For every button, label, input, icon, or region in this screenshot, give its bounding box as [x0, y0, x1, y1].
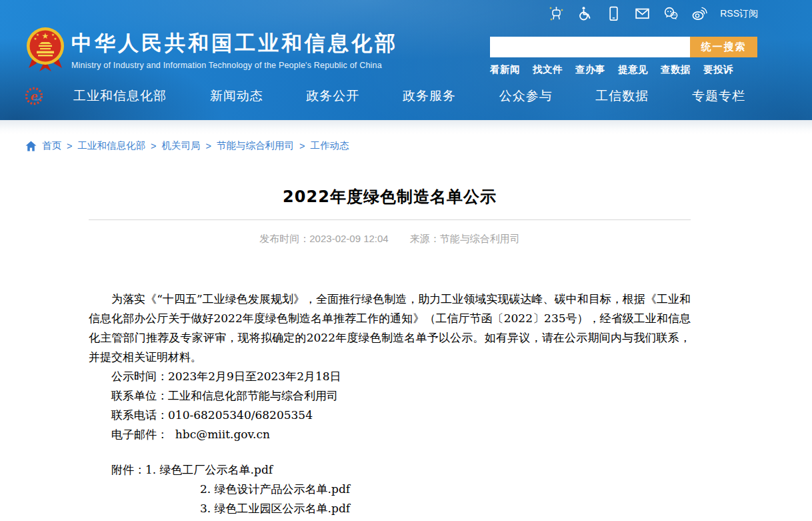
- nav-item-news[interactable]: 新闻动态: [210, 87, 263, 105]
- site-title: 中华人民共和国工业和信息化部: [71, 29, 398, 57]
- breadcrumb-energy-conservation-dept[interactable]: 节能与综合利用司: [217, 139, 294, 152]
- quick-link-data[interactable]: 查数据: [661, 63, 691, 76]
- mail-icon[interactable]: [634, 5, 651, 22]
- attachment-row: 2. 绿色设计产品公示名单.pdf: [89, 480, 691, 499]
- attachments: 附件：1. 绿色工厂公示名单.pdf 2. 绿色设计产品公示名单.pdf 3. …: [89, 460, 691, 521]
- nav-item-gov-services[interactable]: 政务服务: [403, 87, 456, 105]
- utility-bar: RSS订阅: [548, 5, 758, 22]
- brand-text: 中华人民共和国工业和信息化部 Ministry of Industry and …: [71, 29, 398, 70]
- site-brand[interactable]: ★ ★ ★ ★ ★ 中华人民共和国工业和信息化部 Ministry of Ind…: [25, 27, 398, 72]
- home-icon[interactable]: [25, 141, 37, 151]
- article-meta: 发布时间：2023-02-09 12:04来源：节能与综合利用司: [89, 231, 691, 245]
- quick-link-complaints[interactable]: 要投诉: [703, 63, 733, 76]
- rss-link[interactable]: RSS订阅: [720, 8, 758, 20]
- quick-link-services[interactable]: 查办事: [575, 63, 605, 76]
- accessibility-icon[interactable]: [577, 5, 593, 22]
- attachment-row: 4. 绿色供应链管理企业公示名单.pdf: [89, 518, 691, 521]
- header-shadow: [0, 120, 812, 134]
- breadcrumb-miit[interactable]: 工业和信息化部: [77, 139, 145, 152]
- national-emblem-logo: ★ ★ ★ ★ ★: [25, 27, 65, 72]
- attachment-link-green-industrial-parks[interactable]: 3. 绿色工业园区公示名单.pdf: [200, 502, 350, 515]
- svg-text:e: e: [30, 89, 38, 103]
- attachment-row: 附件：1. 绿色工厂公示名单.pdf: [89, 460, 691, 480]
- article-paragraph: 为落实《“十四五”工业绿色发展规划》，全面推行绿色制造，助力工业领域实现碳达峰、…: [89, 290, 691, 367]
- svg-text:★: ★: [34, 37, 37, 41]
- source-label: 来源：: [410, 233, 440, 244]
- contact-phone: 联系电话：010-68205340/68205354: [89, 406, 691, 425]
- breadcrumb-departments[interactable]: 机关司局: [161, 139, 200, 152]
- breadcrumb-separator: >: [151, 141, 156, 151]
- search-box: 统一搜索: [490, 37, 757, 57]
- weibo-icon[interactable]: [691, 5, 708, 22]
- article-body: 为落实《“十四五”工业绿色发展规划》，全面推行绿色制造，助力工业领域实现碳达峰、…: [89, 290, 691, 521]
- search-area: 统一搜索 看新闻 找文件 查办事 提意见 查数据 要投诉: [490, 37, 757, 76]
- attachments-label: 附件：: [111, 463, 145, 476]
- search-button[interactable]: 统一搜索: [690, 37, 757, 57]
- nav-item-miit[interactable]: 工业和信息化部: [73, 87, 167, 105]
- wechat-icon[interactable]: [663, 5, 679, 22]
- title-divider: [89, 219, 691, 220]
- svg-text:★: ★: [54, 37, 57, 41]
- quick-links: 看新闻 找文件 查办事 提意见 查数据 要投诉: [490, 63, 757, 76]
- publish-time: 2023-02-09 12:04: [309, 233, 388, 244]
- contact-unit: 联系单位：工业和信息化部节能与综合利用司: [89, 386, 691, 406]
- breadcrumb-home[interactable]: 首页: [42, 139, 61, 152]
- mobile-icon[interactable]: [605, 5, 622, 22]
- svg-text:★: ★: [42, 31, 49, 41]
- site-header: RSS订阅 ★ ★ ★ ★ ★: [0, 0, 812, 120]
- nav-item-special-topics[interactable]: 专题专栏: [692, 87, 745, 105]
- breadcrumb-separator: >: [67, 141, 72, 151]
- attachment-row: 3. 绿色工业园区公示名单.pdf: [89, 499, 691, 518]
- attachment-link-green-factory[interactable]: 1. 绿色工厂公示名单.pdf: [145, 463, 273, 476]
- page: RSS订阅 ★ ★ ★ ★ ★: [0, 0, 812, 521]
- breadcrumb-separator: >: [299, 141, 305, 151]
- public-notice-period: 公示时间：2023年2月9日至2023年2月18日: [89, 367, 691, 386]
- miit-e-logo-icon[interactable]: e: [24, 86, 44, 106]
- main-nav: e 工业和信息化部 新闻动态 政务公开 政务服务 公众参与 工信数据 专题专栏: [0, 77, 812, 115]
- nav-item-gov-disclosure[interactable]: 政务公开: [306, 87, 359, 105]
- search-input[interactable]: [490, 37, 690, 57]
- quick-link-suggestions[interactable]: 提意见: [618, 63, 648, 76]
- source: 节能与综合利用司: [440, 233, 520, 244]
- nav-items: 工业和信息化部 新闻动态 政务公开 政务服务 公众参与 工信数据 专题专栏: [73, 77, 745, 115]
- breadcrumb: 首页 > 工业和信息化部 > 机关司局 > 节能与综合利用司 > 工作动态: [0, 134, 812, 158]
- publish-time-label: 发布时间：: [259, 233, 309, 244]
- article: 2022年度绿色制造名单公示 发布时间：2023-02-09 12:04来源：节…: [89, 186, 691, 521]
- contact-email: 电子邮件： hbc@miit.gov.cn: [89, 425, 691, 444]
- nav-item-miit-data[interactable]: 工信数据: [595, 87, 649, 105]
- robot-assistant-icon[interactable]: [548, 5, 565, 22]
- article-title: 2022年度绿色制造名单公示: [89, 186, 691, 207]
- attachment-link-green-design-products[interactable]: 2. 绿色设计产品公示名单.pdf: [200, 482, 350, 496]
- breadcrumb-separator: >: [205, 141, 211, 151]
- breadcrumb-work-trends[interactable]: 工作动态: [310, 139, 349, 152]
- quick-link-news[interactable]: 看新闻: [490, 63, 520, 76]
- quick-link-documents[interactable]: 找文件: [533, 63, 563, 76]
- site-subtitle: Ministry of Industry and Information Tec…: [71, 61, 398, 70]
- nav-item-public-participation[interactable]: 公众参与: [499, 87, 553, 105]
